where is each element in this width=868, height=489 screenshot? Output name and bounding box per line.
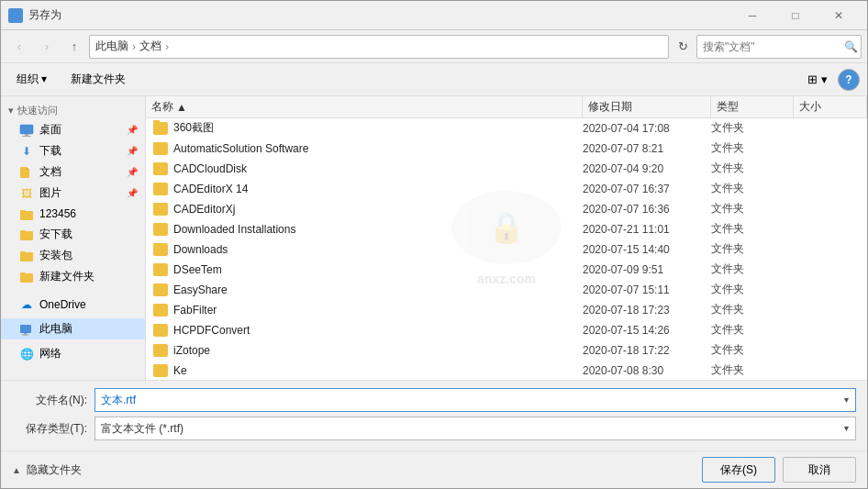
file-type: 文件夹 (707, 302, 790, 317)
table-row[interactable]: FabFilter 2020-07-18 17:23 文件夹 (146, 300, 867, 320)
organize-button[interactable]: 组织 ▾ (8, 68, 55, 92)
sidebar-item-anzhuang-label: 安装包 (39, 248, 138, 263)
new-folder-button[interactable]: 新建文件夹 (62, 68, 134, 92)
file-date: 2020-07-21 11:01 (579, 223, 707, 236)
file-date: 2020-07-09 9:51 (579, 263, 707, 276)
file-name: FabFilter (173, 304, 217, 317)
file-date: 2020-07-08 8:30 (579, 364, 707, 377)
filename-input[interactable] (95, 388, 856, 412)
view-button[interactable]: ⊞ ▾ (805, 68, 830, 92)
sidebar-item-downloads[interactable]: ⬇ 下载 📌 (1, 140, 145, 161)
table-row[interactable]: CADCloudDisk 2020-07-04 9:20 文件夹 (146, 159, 867, 179)
sidebar-item-onedrive[interactable]: ☁ OneDrive (1, 295, 145, 315)
sidebar-item-network[interactable]: 🌐 网络 (1, 343, 145, 364)
breadcrumb[interactable]: 此电脑 › 文档 › (89, 35, 669, 59)
sidebar-item-desktop-label: 桌面 (39, 122, 121, 138)
table-row[interactable]: HCPDFConvert 2020-07-15 14:26 文件夹 (146, 320, 867, 340)
file-type: 文件夹 (707, 362, 790, 378)
sidebar-item-documents[interactable]: 文档 📌 (1, 161, 145, 183)
file-type: 文件夹 (707, 181, 790, 196)
file-name: Downloaded Installations (173, 223, 295, 236)
table-row[interactable]: iZotope 2020-07-18 17:22 文件夹 (146, 340, 867, 361)
filetype-row: 保存类型(T): 富文本文件 (*.rtf) (12, 417, 856, 440)
folder-icon-3 (19, 249, 34, 263)
sidebar-item-newfolder[interactable]: 新建文件夹 (1, 266, 145, 287)
dialog-icon (8, 8, 23, 23)
folder-icon (153, 324, 168, 337)
download-icon: ⬇ (19, 144, 34, 159)
file-name: DSeeTem (173, 263, 222, 276)
chevron-down-icon: ▾ (8, 105, 14, 117)
window-controls: ─ □ ✕ (731, 1, 860, 30)
file-name: Downloads (173, 243, 228, 256)
pin-icon-4: 📌 (127, 188, 138, 198)
up-button[interactable]: ↑ (61, 34, 87, 60)
sidebar-item-newfolder-label: 新建文件夹 (39, 269, 138, 284)
col-header-date[interactable]: 修改日期 (583, 96, 711, 117)
back-button[interactable]: ‹ (6, 34, 32, 60)
network-icon: 🌐 (19, 347, 34, 361)
table-row[interactable]: Downloads 2020-07-15 14:40 文件夹 (146, 239, 867, 260)
col-header-name[interactable]: 名称 ▲ (146, 96, 583, 117)
file-name: AutomaticSolution Software (173, 142, 308, 155)
bottom-form: 文件名(N): 保存类型(T): 富文本文件 (*.rtf) (1, 380, 867, 450)
folder-icon (153, 203, 168, 216)
svg-rect-4 (24, 333, 27, 335)
table-row[interactable]: Ke 2020-07-08 8:30 文件夹 (146, 361, 867, 380)
table-row[interactable]: EasyShare 2020-07-07 15:11 文件夹 (146, 280, 867, 300)
filetype-select-wrapper: 富文本文件 (*.rtf) (95, 417, 856, 440)
forward-button[interactable]: › (34, 34, 60, 60)
close-button[interactable]: ✕ (818, 1, 860, 30)
svg-rect-0 (20, 125, 33, 134)
maximize-button[interactable]: □ (774, 1, 817, 30)
sidebar-item-desktop[interactable]: 桌面 📌 (1, 119, 145, 140)
folder-icon-1 (19, 206, 34, 221)
search-input[interactable] (703, 40, 840, 53)
thispc-icon (19, 322, 34, 337)
action-bar: 组织 ▾ 新建文件夹 ⊞ ▾ ? (1, 63, 867, 96)
file-list: 360截图 2020-07-04 17:08 文件夹 AutomaticSolu… (146, 118, 867, 380)
cancel-button[interactable]: 取消 (783, 457, 856, 483)
sidebar-item-pictures[interactable]: 🖼 图片 📌 (1, 183, 145, 204)
hide-folders-button[interactable]: ▲ 隐藏文件夹 (12, 462, 82, 478)
quick-access-header[interactable]: ▾ 快速访问 (1, 100, 145, 119)
table-row[interactable]: AutomaticSolution Software 2020-07-07 8:… (146, 139, 867, 159)
filetype-select[interactable]: 富文本文件 (*.rtf) (95, 417, 856, 440)
desktop-icon (19, 123, 34, 138)
sidebar-item-anload[interactable]: 安下载 (1, 224, 145, 245)
file-type: 文件夹 (707, 201, 790, 217)
column-headers: 名称 ▲ 修改日期 类型 大小 (146, 96, 867, 118)
table-row[interactable]: 360截图 2020-07-04 17:08 文件夹 (146, 118, 867, 139)
table-row[interactable]: DSeeTem 2020-07-09 9:51 文件夹 (146, 260, 867, 280)
col-header-type[interactable]: 类型 (711, 96, 794, 117)
file-name: CADEditorX 14 (173, 183, 248, 195)
folder-icon (153, 162, 168, 175)
save-as-dialog: 另存为 ─ □ ✕ ‹ › ↑ 此电脑 › 文档 › ↻ 🔍 组织 ▾ 新建文件… (0, 0, 868, 489)
help-button[interactable]: ? (838, 69, 860, 91)
refresh-button[interactable]: ↻ (671, 35, 695, 59)
sidebar-item-123456[interactable]: 123456 (1, 204, 145, 224)
table-row[interactable]: Downloaded Installations 2020-07-21 11:0… (146, 219, 867, 239)
folder-icon (153, 283, 168, 296)
save-button[interactable]: 保存(S) (702, 457, 775, 483)
file-date: 2020-07-07 16:37 (579, 183, 707, 195)
svg-rect-2 (22, 136, 31, 137)
folder-icon (153, 142, 168, 155)
pictures-icon: 🖼 (19, 186, 34, 201)
file-date: 2020-07-18 17:22 (579, 344, 707, 357)
sidebar-item-anzhuang[interactable]: 安装包 (1, 245, 145, 266)
file-type: 文件夹 (707, 261, 790, 277)
sidebar-item-network-label: 网络 (39, 346, 138, 361)
sidebar-item-thispc[interactable]: 此电脑 (1, 318, 145, 339)
col-header-size[interactable]: 大小 (794, 96, 867, 117)
search-icon: 🔍 (844, 40, 858, 53)
sidebar-item-pictures-label: 图片 (39, 185, 121, 201)
minimize-button[interactable]: ─ (731, 1, 773, 30)
file-date: 2020-07-07 8:21 (579, 142, 707, 155)
table-row[interactable]: CADEditorXj 2020-07-07 16:36 文件夹 (146, 199, 867, 219)
table-row[interactable]: CADEditorX 14 2020-07-07 16:37 文件夹 (146, 179, 867, 199)
hide-folders-label: 隐藏文件夹 (27, 462, 82, 478)
svg-rect-5 (22, 334, 28, 335)
sidebar: ▾ 快速访问 桌面 📌 ⬇ 下载 📌 文档 📌 (1, 96, 146, 380)
folder-icon (153, 183, 168, 195)
